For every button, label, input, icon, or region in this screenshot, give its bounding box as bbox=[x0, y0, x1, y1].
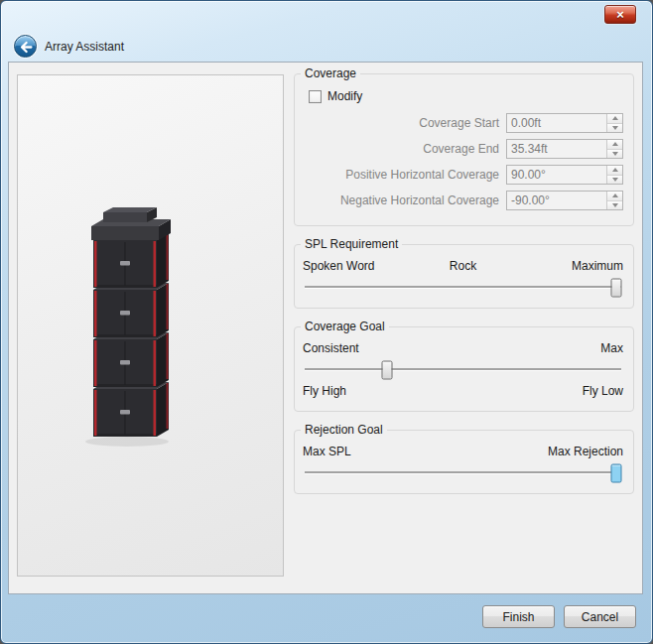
coverage-goal-group: Coverage Goal Consistent Max Fly High Fl… bbox=[294, 320, 634, 412]
up-arrow-icon bbox=[612, 168, 618, 172]
spl-slider-thumb[interactable] bbox=[610, 278, 621, 297]
coverage-start-value: 0.00ft bbox=[507, 114, 606, 132]
coverage-goal-slider-track[interactable] bbox=[305, 368, 621, 371]
coverage-group-title: Coverage bbox=[301, 66, 360, 80]
speaker-array-image bbox=[73, 206, 183, 449]
coverage-goal-label-consistent: Consistent bbox=[303, 341, 463, 355]
spl-requirement-group: SPL Requirement Spoken Word Rock Maximum bbox=[294, 237, 634, 309]
coverage-start-label: Coverage Start bbox=[419, 116, 499, 130]
positive-horizontal-coverage-value: 90.00° bbox=[507, 166, 606, 184]
coverage-start-spin-down[interactable] bbox=[607, 124, 622, 133]
coverage-start-input[interactable]: 0.00ft bbox=[506, 113, 623, 133]
spl-label-maximum: Maximum bbox=[516, 259, 623, 273]
spl-label-spoken-word: Spoken Word bbox=[303, 259, 410, 273]
positive-horizontal-coverage-input[interactable]: 90.00° bbox=[506, 165, 623, 185]
modify-checkbox[interactable] bbox=[309, 90, 322, 103]
spl-label-rock: Rock bbox=[410, 259, 517, 273]
negative-horizontal-coverage-value: -90.00° bbox=[507, 192, 606, 209]
modify-checkbox-row[interactable]: Modify bbox=[309, 89, 623, 103]
coverage-goal-slider-thumb[interactable] bbox=[381, 360, 392, 379]
negative-horizontal-coverage-label: Negative Horizontal Coverage bbox=[340, 193, 499, 207]
coverage-start-row: Coverage Start 0.00ft bbox=[303, 113, 623, 133]
down-arrow-icon bbox=[612, 203, 618, 207]
spl-requirement-group-title: SPL Requirement bbox=[301, 237, 402, 251]
rejection-goal-label-max-rejection: Max Rejection bbox=[463, 445, 624, 458]
coverage-start-spin-up[interactable] bbox=[607, 114, 622, 124]
up-arrow-icon bbox=[612, 193, 618, 197]
positive-horizontal-spin-up[interactable] bbox=[607, 166, 622, 176]
coverage-goal-slider[interactable] bbox=[305, 359, 621, 380]
up-arrow-icon bbox=[612, 116, 618, 120]
rejection-goal-slider[interactable] bbox=[305, 462, 621, 483]
negative-horizontal-spin-up[interactable] bbox=[607, 192, 622, 201]
back-arrow-icon bbox=[15, 36, 36, 59]
spl-slider[interactable] bbox=[305, 277, 621, 298]
down-arrow-icon bbox=[612, 126, 618, 130]
rejection-goal-label-max-spl: Max SPL bbox=[303, 445, 463, 458]
titlebar[interactable]: × bbox=[1, 1, 652, 31]
coverage-goal-label-fly-low: Fly Low bbox=[463, 384, 624, 398]
positive-horizontal-coverage-row: Positive Horizontal Coverage 90.00° bbox=[303, 165, 623, 185]
coverage-goal-label-fly-high: Fly High bbox=[303, 384, 463, 398]
coverage-group: Coverage Modify Coverage Start 0.00ft bbox=[294, 66, 634, 226]
coverage-end-spin-down[interactable] bbox=[607, 150, 622, 159]
up-arrow-icon bbox=[612, 142, 618, 146]
rejection-goal-slider-thumb[interactable] bbox=[610, 463, 621, 482]
cancel-button[interactable]: Cancel bbox=[564, 605, 636, 628]
window-title: Array Assistant bbox=[45, 40, 124, 54]
negative-horizontal-coverage-row: Negative Horizontal Coverage -90.00° bbox=[303, 191, 623, 210]
positive-horizontal-spin-down[interactable] bbox=[607, 176, 622, 185]
finish-button[interactable]: Finish bbox=[482, 605, 555, 628]
close-button[interactable]: × bbox=[604, 5, 636, 24]
coverage-end-spin-up[interactable] bbox=[607, 140, 622, 150]
coverage-end-input[interactable]: 35.34ft bbox=[506, 139, 623, 159]
negative-horizontal-coverage-input[interactable]: -90.00° bbox=[506, 191, 623, 210]
coverage-end-label: Coverage End bbox=[423, 142, 499, 156]
coverage-goal-label-max: Max bbox=[463, 341, 624, 355]
rejection-goal-group: Rejection Goal Max SPL Max Rejection bbox=[294, 423, 634, 494]
coverage-end-value: 35.34ft bbox=[507, 140, 606, 158]
down-arrow-icon bbox=[612, 152, 618, 156]
positive-horizontal-coverage-label: Positive Horizontal Coverage bbox=[345, 168, 499, 182]
array-assistant-window: × Array Assistant bbox=[0, 0, 653, 644]
coverage-goal-group-title: Coverage Goal bbox=[301, 320, 389, 333]
settings-column: Coverage Modify Coverage Start 0.00ft bbox=[294, 66, 634, 505]
down-arrow-icon bbox=[612, 178, 618, 182]
rejection-goal-group-title: Rejection Goal bbox=[301, 423, 387, 437]
modify-checkbox-label: Modify bbox=[327, 89, 362, 103]
dialog-content: Coverage Modify Coverage Start 0.00ft bbox=[8, 62, 643, 594]
array-preview-panel bbox=[17, 74, 284, 577]
rejection-goal-slider-track[interactable] bbox=[305, 471, 621, 474]
spl-slider-track[interactable] bbox=[305, 286, 621, 289]
coverage-end-row: Coverage End 35.34ft bbox=[303, 139, 623, 159]
back-button[interactable] bbox=[14, 35, 37, 58]
negative-horizontal-spin-down[interactable] bbox=[607, 201, 622, 210]
close-icon: × bbox=[616, 7, 624, 22]
